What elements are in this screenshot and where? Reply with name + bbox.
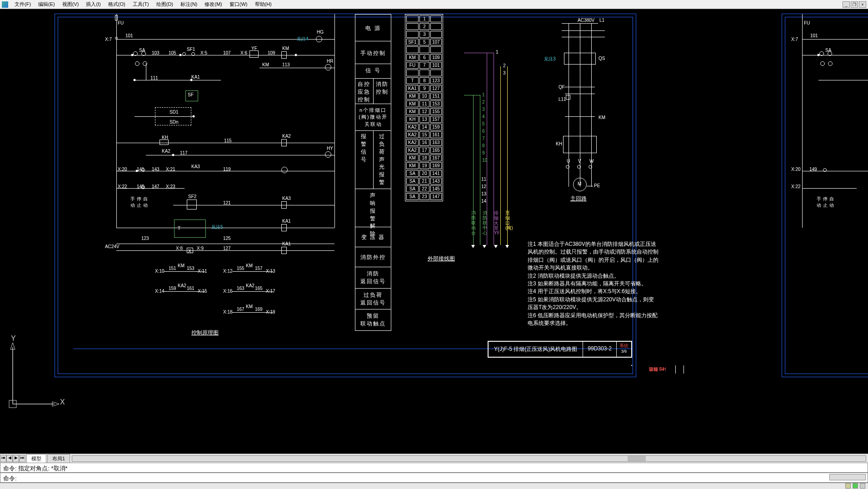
tab-layout1[interactable]: 布局1 (47, 454, 70, 463)
label-zi: 自 (143, 196, 148, 202)
status-icon-2[interactable] (853, 483, 858, 489)
label-167: 167 (237, 307, 244, 312)
label-161: 161 (187, 286, 195, 291)
tw-9: 9 (482, 150, 485, 155)
status-icon-1[interactable] (845, 483, 851, 489)
label-x10: X:10 (155, 269, 165, 274)
label-119: 119 (223, 167, 231, 172)
menu-help[interactable]: 帮助(H) (251, 0, 275, 9)
tw-5: 5 (482, 121, 485, 126)
label-159: 159 (169, 286, 176, 291)
menu-dimension[interactable]: 标注(N) (177, 0, 201, 9)
menu-format[interactable]: 格式(O) (105, 0, 129, 9)
label-see3: 见注3 (544, 56, 556, 62)
label-sf-a: SF (188, 92, 194, 97)
restore-button[interactable]: ❐ (851, 1, 858, 8)
label-165: 165 (255, 286, 263, 291)
command-scrollbar[interactable] (829, 474, 866, 480)
label-x5: X:5 (200, 50, 207, 55)
note-2: 注2 消防联动模块提供无源动合触点。 (528, 272, 659, 280)
label-pe: PE (594, 183, 600, 188)
label-151: 151 (169, 266, 176, 271)
ucs-y: Y (11, 334, 16, 343)
label-ac24v: AC24V (105, 244, 120, 249)
label-kh-main: KH (556, 141, 562, 146)
note-1: 注1 本图适合于AC380V的单台消防排烟风机或正压送风机的控制。过载只报警，由… (528, 240, 659, 272)
layout-tabs: ⏮◀▶⏭ 模型 布局1 (0, 454, 868, 463)
label-117: 117 (180, 150, 188, 155)
label-sf1: SF1 (187, 47, 195, 52)
label-t: T (178, 226, 180, 231)
label-yf: YF (251, 46, 257, 51)
label-u: U (567, 159, 570, 164)
tw-12: 12 (481, 184, 486, 189)
side-fireext: 消防外控 (355, 247, 391, 267)
label-ting: 停 (137, 196, 141, 202)
label-x9: X:9 (197, 246, 204, 251)
drawing-sheet-partial: FU X:7 101 SA X:20 149 X:22 手 停 自 动 止 动 (782, 14, 868, 377)
tw-6: 6 (482, 129, 485, 134)
label-qs: QS (599, 56, 605, 61)
label-147: 147 (152, 184, 160, 189)
label-x23: X:23 (166, 184, 175, 189)
status-icon-3[interactable] (860, 483, 865, 489)
label-km-r3: KM (246, 304, 253, 309)
tw-2: 2 (503, 63, 506, 68)
horizontal-scrollbar[interactable] (72, 455, 866, 462)
tw-11: 11 (481, 177, 486, 182)
window-controls: _ ❐ × (843, 1, 866, 8)
minimize-button[interactable]: _ (843, 1, 850, 8)
p-x7: X:7 (791, 37, 798, 42)
label-v: V (578, 159, 581, 164)
tab-model[interactable]: 模型 (26, 454, 46, 463)
label-km: KM (282, 46, 289, 51)
command-input[interactable]: 命令: (0, 473, 868, 483)
label-x7: X:7 (105, 37, 112, 42)
label-sdn: SDn (170, 120, 178, 125)
label-ka1-c: KA1 (282, 241, 291, 246)
title-main-circuit: 主回路 (570, 195, 587, 203)
menu-edit[interactable]: 编辑(E) (35, 0, 59, 9)
label-109: 109 (268, 50, 275, 55)
tab-last-icon: ⏭ (19, 455, 25, 462)
label-113: 113 (282, 62, 290, 67)
p-x20: X:20 (791, 167, 801, 172)
label-101: 101 (125, 33, 133, 38)
label-km-r2: KM (246, 263, 253, 268)
label-107: 107 (223, 50, 231, 55)
label-qf: QF (559, 85, 565, 90)
title-block: Y(J)F-5 排烟(正压送风)风机电路图 99D303-2 系统 3/6 (488, 341, 632, 358)
menu-tools[interactable]: 工具(T) (129, 0, 153, 9)
menu-window[interactable]: 窗口(W) (226, 0, 251, 9)
drawing-canvas[interactable]: FU X:7 101 HG 见注4 SA 103 105 SF1 X:5 107… (0, 9, 868, 453)
tw-3: 3 (503, 70, 506, 75)
menu-draw[interactable]: 绘图(D) (153, 0, 177, 9)
tw-14: 14 (481, 199, 486, 204)
label-153: 153 (187, 266, 195, 271)
menu-file[interactable]: 文件(F) (11, 0, 35, 9)
label-hg: HG (317, 30, 324, 35)
p-dong1: 动 (817, 202, 821, 209)
side-reserve: 预留 联动触点 (355, 309, 391, 331)
label-zhi: 止 (137, 202, 141, 209)
label-ka2-r1: KA2 (178, 283, 186, 288)
side-firereturn: 消防 返回信号 (355, 267, 391, 289)
menu-modify[interactable]: 修改(M) (201, 0, 226, 9)
p-zi: 自 (829, 196, 834, 202)
p-x22: X:22 (791, 184, 801, 189)
p-zhi: 止 (823, 202, 828, 209)
tab-nav[interactable]: ⏮◀▶⏭ (0, 455, 25, 462)
side-power: 电 源 (355, 14, 391, 41)
label-121: 121 (223, 200, 231, 205)
label-see5: 见注5 (211, 224, 223, 230)
title-badge-top: 系统 (619, 343, 629, 349)
label-x12: X:12 (223, 269, 233, 274)
tab-next-icon: ▶ (13, 455, 19, 462)
menu-view[interactable]: 视图(V) (59, 0, 83, 9)
label-km-main: KM (599, 115, 605, 120)
label-125: 125 (223, 236, 231, 241)
close-button[interactable]: × (859, 1, 866, 8)
label-fu: FU (118, 20, 124, 25)
drawing-title: Y(J)F-5 排烟(正压送风)风机电路图 (489, 342, 583, 357)
menu-insert[interactable]: 插入(I) (82, 0, 104, 9)
